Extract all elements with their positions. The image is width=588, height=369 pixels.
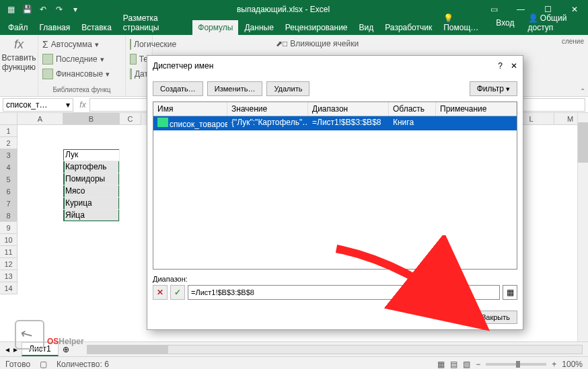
trace-precedents-icon[interactable]: ⬈□: [276, 39, 287, 48]
signin-button[interactable]: Вход: [490, 15, 519, 30]
macro-record-icon[interactable]: ▢: [40, 360, 47, 369]
row-header-8[interactable]: 8: [0, 210, 17, 222]
name-icon: [157, 118, 168, 127]
status-bar: Готово ▢ Количество: 6 ▦ ▤ ▧ − + 100%: [0, 356, 588, 369]
quick-access-toolbar: ▦ 💾 ↶ ↷ ▾: [0, 4, 86, 15]
filter-button[interactable]: Фильтр ▾: [470, 81, 517, 96]
dialog-title: Диспетчер имен: [153, 61, 213, 71]
text-button[interactable]: Те: [130, 52, 148, 66]
undo-icon[interactable]: ↶: [38, 4, 48, 15]
name-box[interactable]: список_т…▾: [3, 98, 73, 112]
row-header-1[interactable]: 1: [0, 125, 17, 137]
row-header-13[interactable]: 13: [0, 270, 17, 282]
row-headers: 1234567891011121314: [0, 125, 17, 294]
status-count: Количество: 6: [57, 360, 109, 369]
view-break-icon[interactable]: ▧: [463, 360, 470, 369]
dialog-help-icon[interactable]: ?: [498, 61, 503, 71]
sheet-tab-bar: ◂ ▸ Лист1 ⊕: [0, 341, 588, 356]
insert-function-button[interactable]: fx Вставить функцию: [4, 38, 34, 72]
ribbon-group-calc: сление: [562, 38, 584, 45]
edit-button[interactable]: Изменить…: [207, 81, 263, 96]
tab-file[interactable]: Файл: [3, 20, 34, 35]
name-manager-dialog: Диспетчер имен ? ✕ Создать… Изменить… Уд…: [147, 55, 523, 330]
row-header-2[interactable]: 2: [0, 137, 17, 149]
view-page-icon[interactable]: ▤: [450, 360, 457, 369]
cell-B6[interactable]: Мясо: [63, 186, 120, 198]
range-input[interactable]: [188, 285, 500, 300]
range-label: Диапазон:: [153, 275, 517, 283]
cancel-range-icon[interactable]: ✕: [153, 285, 168, 300]
tab-insert[interactable]: Вставка: [76, 20, 117, 35]
row-header-3[interactable]: 3: [0, 149, 17, 161]
share-button[interactable]: 👤 Общий доступ: [523, 11, 586, 35]
status-ready: Готово: [5, 360, 30, 369]
row-header-10[interactable]: 10: [0, 234, 17, 246]
select-all-corner[interactable]: [0, 113, 17, 125]
tab-view[interactable]: Вид: [354, 20, 379, 35]
dialog-close-icon[interactable]: ✕: [511, 61, 517, 71]
col-value[interactable]: Значение: [227, 102, 308, 116]
financial-button[interactable]: Финансовые ▾: [42, 67, 121, 81]
cell-B5[interactable]: Помидоры: [63, 173, 120, 186]
list-header: Имя Значение Диапазон Область Примечание: [153, 102, 517, 116]
cell-B3[interactable]: Лук: [63, 149, 120, 161]
excel-icon: ▦: [5, 4, 16, 15]
zoom-in-icon[interactable]: +: [552, 360, 556, 369]
dialog-titlebar[interactable]: Диспетчер имен ? ✕: [147, 56, 523, 76]
list-row[interactable]: список_товаров {"Лук":"Картофель"… =Лист…: [153, 116, 517, 130]
date-button[interactable]: Дат: [130, 67, 148, 81]
row-header-11[interactable]: 11: [0, 246, 17, 258]
trace-precedents-button[interactable]: Влияющие ячейки: [290, 39, 359, 48]
view-normal-icon[interactable]: ▦: [437, 360, 445, 369]
watermark: OSHelper: [47, 329, 84, 348]
row-header-12[interactable]: 12: [0, 258, 17, 270]
col-scope[interactable]: Область: [389, 102, 436, 116]
zoom-out-icon[interactable]: −: [476, 360, 480, 369]
recent-button[interactable]: Последние ▾: [42, 52, 121, 66]
row-header-4[interactable]: 4: [0, 161, 17, 173]
horizontal-scrollbar[interactable]: [87, 345, 583, 354]
qat-more-icon[interactable]: ▾: [70, 4, 81, 15]
row-header-5[interactable]: 5: [0, 173, 17, 186]
create-button[interactable]: Создать…: [153, 81, 203, 96]
col-note[interactable]: Примечание: [436, 102, 517, 116]
tab-page-layout[interactable]: Разметка страницы: [118, 11, 192, 35]
tab-home[interactable]: Главная: [34, 20, 76, 35]
delete-button[interactable]: Удалить: [266, 81, 309, 96]
col-name[interactable]: Имя: [153, 102, 227, 116]
tab-data[interactable]: Данные: [239, 20, 279, 35]
row-header-7[interactable]: 7: [0, 198, 17, 210]
cell-B4[interactable]: Картофель: [63, 161, 120, 173]
cell-B7[interactable]: Курица: [63, 198, 120, 210]
fx-icon[interactable]: fx: [76, 100, 89, 110]
sheet-nav-first-icon[interactable]: ◂: [5, 345, 9, 354]
collapse-ribbon-icon[interactable]: ⌃: [580, 87, 585, 95]
col-header-A[interactable]: A: [17, 113, 63, 125]
redo-icon[interactable]: ↷: [54, 4, 65, 15]
col-header-C[interactable]: C: [120, 113, 141, 125]
row-header-14[interactable]: 14: [0, 282, 17, 294]
names-list[interactable]: Имя Значение Диапазон Область Примечание…: [153, 101, 517, 270]
accept-range-icon[interactable]: ✓: [170, 285, 185, 300]
tab-review[interactable]: Рецензирование: [280, 20, 353, 35]
zoom-level[interactable]: 100%: [562, 360, 583, 369]
col-header-B[interactable]: B: [63, 113, 120, 125]
tab-developer[interactable]: Разработчик: [379, 20, 437, 35]
cell-B8[interactable]: Яйца: [63, 210, 120, 222]
zoom-slider[interactable]: [486, 363, 546, 366]
tab-help[interactable]: 💡 Помощ…: [438, 11, 490, 35]
range-selector-icon[interactable]: ▦: [503, 285, 517, 300]
ribbon-group-label: Библиотека функц: [42, 86, 121, 93]
save-icon[interactable]: 💾: [22, 4, 32, 15]
col-range[interactable]: Диапазон: [308, 102, 389, 116]
vertical-scrollbar[interactable]: [577, 113, 588, 341]
autosum-button[interactable]: ΣАвтосумма ▾: [42, 38, 121, 51]
row-header-6[interactable]: 6: [0, 186, 17, 198]
tab-formulas[interactable]: Формулы: [192, 20, 238, 35]
close-button[interactable]: Закрыть: [474, 311, 517, 324]
row-header-9[interactable]: 9: [0, 222, 17, 234]
logical-button[interactable]: Логические: [130, 38, 148, 51]
ribbon-tabs: Файл Главная Вставка Разметка страницы Ф…: [0, 19, 588, 35]
